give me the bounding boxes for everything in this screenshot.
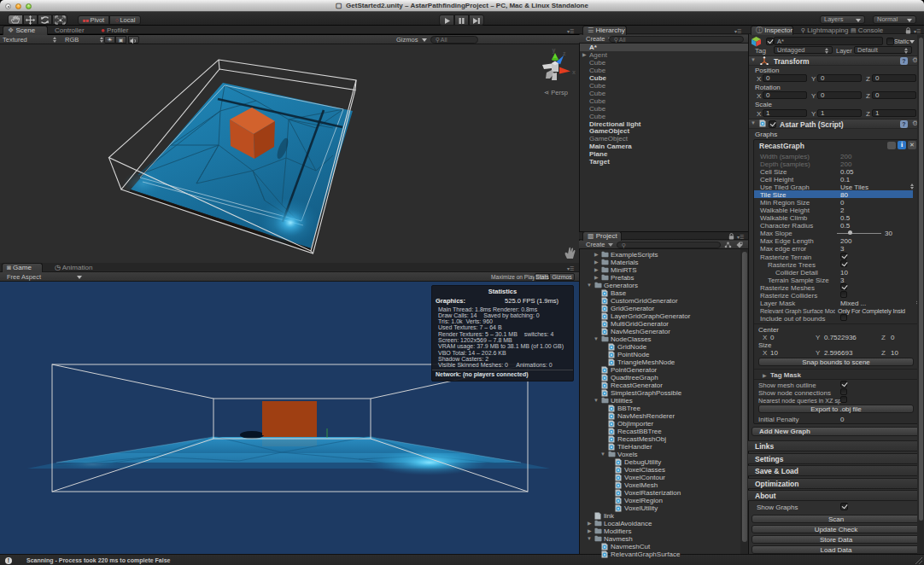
svg-text:x: x: [572, 69, 576, 75]
svg-text:⋖ Persp: ⋖ Persp: [544, 89, 568, 96]
svg-text:y: y: [553, 47, 556, 54]
svg-text:z: z: [563, 50, 566, 56]
